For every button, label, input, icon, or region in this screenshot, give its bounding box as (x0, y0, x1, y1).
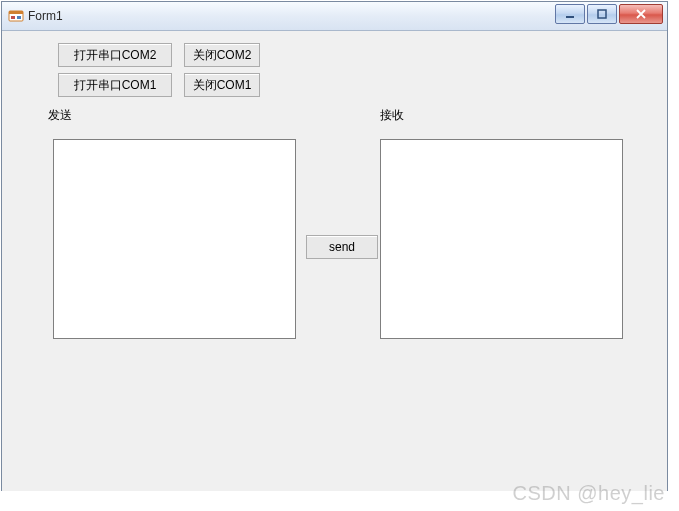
close-button[interactable] (619, 4, 663, 24)
window-title: Form1 (28, 9, 63, 23)
receive-textbox[interactable] (380, 139, 623, 339)
svg-rect-2 (11, 16, 15, 19)
client-area: 打开串口COM2 关闭COM2 打开串口COM1 关闭COM1 发送 接收 se… (2, 31, 667, 491)
close-com2-button[interactable]: 关闭COM2 (184, 43, 260, 67)
app-icon (8, 8, 24, 24)
maximize-button[interactable] (587, 4, 617, 24)
close-com1-button[interactable]: 关闭COM1 (184, 73, 260, 97)
svg-rect-3 (17, 16, 21, 19)
open-com2-button[interactable]: 打开串口COM2 (58, 43, 172, 67)
send-button[interactable]: send (306, 235, 378, 259)
svg-rect-5 (598, 10, 606, 18)
titlebar[interactable]: Form1 (2, 2, 667, 31)
svg-rect-1 (9, 11, 23, 14)
minimize-button[interactable] (555, 4, 585, 24)
send-textbox[interactable] (53, 139, 296, 339)
open-com1-button[interactable]: 打开串口COM1 (58, 73, 172, 97)
svg-rect-4 (566, 16, 574, 18)
receive-label: 接收 (380, 107, 404, 124)
window-frame: Form1 打开串口COM2 关闭COM2 打开串口COM1 关闭COM1 发送… (1, 1, 668, 491)
send-label: 发送 (48, 107, 72, 124)
